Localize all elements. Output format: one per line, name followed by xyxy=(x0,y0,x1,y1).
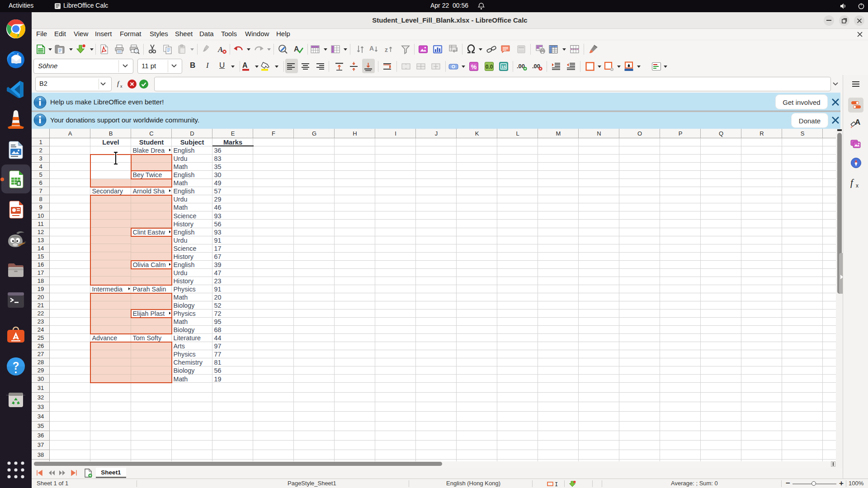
svg-text:A: A xyxy=(855,118,860,127)
svg-text:f: f xyxy=(117,80,120,87)
svg-text:?: ? xyxy=(13,360,19,372)
svg-text:0.0: 0.0 xyxy=(486,64,493,70)
svg-text:15: 15 xyxy=(501,64,506,69)
svg-text:A: A xyxy=(242,61,248,69)
svg-text:I: I xyxy=(555,482,558,487)
svg-text:A: A xyxy=(369,45,374,52)
svg-text:x: x xyxy=(856,183,859,189)
svg-text:x: x xyxy=(120,84,123,89)
svg-text:%: % xyxy=(471,63,477,70)
svg-text:z: z xyxy=(385,46,388,53)
svg-text:A: A xyxy=(217,45,223,54)
svg-text:f: f xyxy=(850,177,854,188)
